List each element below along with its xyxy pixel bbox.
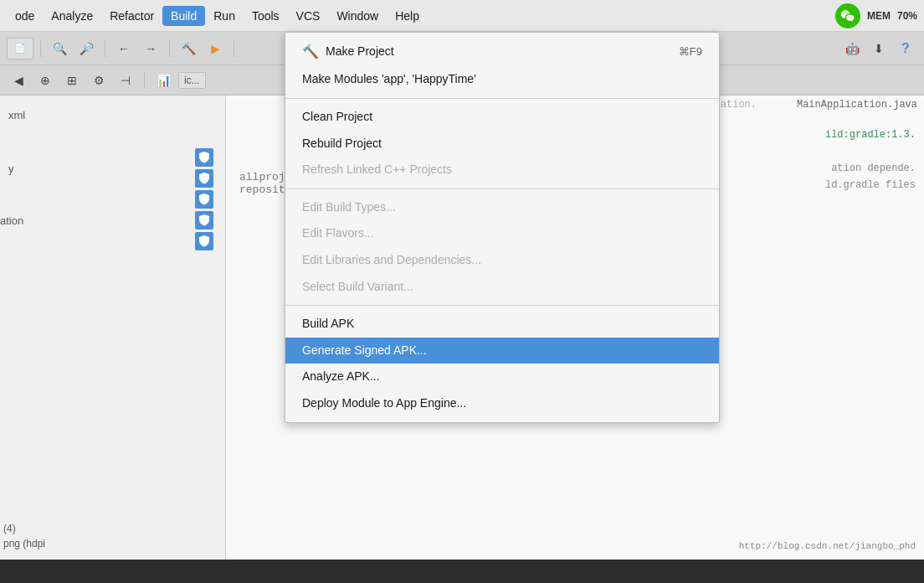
dropdown-section-clean: Clean Project Rebuild Project Refresh Li… [285,99,719,189]
side-text-1: ation depende. [831,163,916,174]
search-btn[interactable]: 🔎 [74,37,98,60]
separator-1 [40,40,41,57]
gear-btn[interactable]: ⚙ [87,69,110,92]
adjust-btn[interactable]: ⊞ [60,69,84,92]
nav-left-btn[interactable]: ◀ [7,69,30,92]
shield-icon-4 [195,211,213,230]
make-modules-label: Make Modules 'app', 'HappyTime' [302,71,476,88]
ation-text: ation [0,214,23,227]
dropdown-section-apk: Build APK Generate Signed APK... Analyze… [285,306,719,421]
shield-icon-3 [195,190,213,209]
side-text-2: ld.gradle files [825,179,916,191]
deploy-module-item[interactable]: Deploy Module to App Engine... [285,390,719,417]
make-modules-item[interactable]: Make Modules 'app', 'HappyTime' [285,66,719,93]
edit-build-types-item: Edit Build Types... [285,194,719,221]
back-btn[interactable]: ← [112,37,136,60]
module-selector[interactable]: ic... [178,72,206,89]
pin-btn[interactable]: ⊣ [114,69,137,92]
menubar: ode Analyze Refactor Build Run Tools VCS… [0,0,924,32]
green-code-hint: ild:gradle:1.3. [825,129,916,141]
separator-5 [144,72,145,89]
shield-icon-1 [195,148,213,167]
help-icon[interactable]: ? [894,37,917,60]
shield-icon-5 [195,232,213,250]
mem-value: 70% [897,10,917,22]
shield-icon-2 [195,169,213,188]
build-dropdown: 🔨 Make Project ⌘F9 Make Modules 'app', '… [285,32,720,423]
mem-label: MEM [867,10,891,22]
dropdown-section-edit: Edit Build Types... Edit Flavors... Edit… [285,189,719,306]
rebuild-project-label: Rebuild Project [302,136,382,152]
menu-window[interactable]: Window [328,6,387,26]
url-text: http://blog.csdn.net/jiangbo_phd [739,541,916,551]
rebuild-project-item[interactable]: Rebuild Project [285,131,719,157]
menu-code[interactable]: ode [7,6,43,26]
menu-analyze[interactable]: Analyze [43,6,101,26]
make-project-label: 🔨 Make Project [302,43,394,61]
menu-run[interactable]: Run [205,6,244,26]
clean-project-label: Clean Project [302,109,372,126]
xml-text: xml [8,109,25,121]
menu-help[interactable]: Help [387,6,428,26]
left-panel: xml y ation (4) png (hdpi [0,95,226,560]
android-icon[interactable]: 🤖 [840,37,864,60]
download-icon[interactable]: ⬇ [867,37,891,60]
separator-3 [169,40,170,57]
y-text: y [8,163,14,175]
menu-vcs[interactable]: VCS [288,6,329,26]
edit-libraries-item: Edit Libraries and Dependencies... [285,247,719,274]
edit-flavors-item: Edit Flavors... [285,220,719,247]
build-apk-item[interactable]: Build APK [285,311,719,338]
separator-2 [105,40,105,57]
dropdown-section-make: 🔨 Make Project ⌘F9 Make Modules 'app', '… [285,33,719,99]
tab-filename[interactable]: MainApplication.java [790,95,924,114]
refresh-cpp-item: Refresh Linked C++ Projects [285,157,719,183]
build-btn[interactable]: 🔨 [177,37,200,60]
png-text: png (hdpi [3,538,45,549]
menu-build[interactable]: Build [162,6,205,26]
wechat-icon [835,3,860,28]
separator-4 [234,40,234,57]
forward-btn[interactable]: → [139,37,162,60]
refresh-cpp-label: Refresh Linked C++ Projects [302,162,452,178]
run-btn[interactable]: ▶ [203,37,227,60]
zoom-in-btn[interactable]: 🔍 [48,37,71,60]
clean-project-item[interactable]: Clean Project [285,104,719,131]
make-project-shortcut: ⌘F9 [679,44,702,59]
chart-btn[interactable]: 📊 [151,69,175,92]
count-text: (4) [3,523,16,534]
menubar-right: MEM 70% [835,3,917,28]
menu-tools[interactable]: Tools [244,6,288,26]
analyze-apk-item[interactable]: Analyze APK... [285,364,719,390]
menu-refactor[interactable]: Refactor [101,6,162,26]
file-icon: 📄 [7,38,33,59]
generate-signed-apk-item[interactable]: Generate Signed APK... [285,338,719,364]
add-btn[interactable]: ⊕ [33,69,57,92]
select-build-variant-item: Select Build Variant... [285,274,719,301]
hammer-icon: 🔨 [302,43,319,61]
make-project-item[interactable]: 🔨 Make Project ⌘F9 [285,38,719,66]
